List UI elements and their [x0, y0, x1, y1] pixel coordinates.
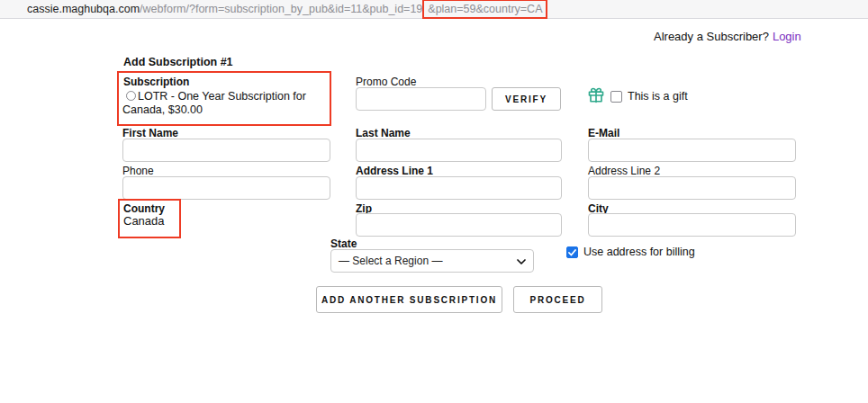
country-label: Country [123, 202, 165, 215]
last-name-input[interactable] [356, 139, 562, 162]
url-path: /webform/?form=subscription_by_pub&id=11… [140, 3, 422, 15]
url-domain: cassie.maghubqa.com [27, 3, 140, 15]
verify-button[interactable]: VERIFY [492, 87, 561, 111]
gift-icon [588, 87, 604, 103]
login-link[interactable]: Login [773, 30, 801, 43]
first-name-input[interactable] [122, 139, 330, 162]
phone-input[interactable] [122, 176, 330, 200]
subscription-option[interactable]: LOTR - One Year Subscription for Canada,… [122, 90, 328, 117]
city-input[interactable] [588, 213, 796, 237]
add-another-subscription-button[interactable]: ADD ANOTHER SUBSCRIPTION [316, 286, 502, 313]
address-line2-label: Address Line 2 [588, 165, 660, 177]
gift-checkbox[interactable] [610, 91, 622, 103]
already-subscriber-text: Already a Subscriber? [654, 30, 769, 43]
chevron-down-icon [517, 255, 526, 267]
subscriber-login-line: Already a Subscriber?Login [654, 30, 801, 43]
state-select[interactable]: — Select a Region — [330, 249, 534, 273]
billing-checkbox-label: Use address for billing [583, 246, 695, 258]
subscription-label: Subscription [123, 76, 189, 88]
zip-input[interactable] [356, 213, 562, 237]
subscription-option-label: LOTR - One Year Subscription for Canada,… [122, 90, 306, 116]
email-label: E-Mail [588, 127, 619, 139]
gift-checkbox-label: This is a gift [628, 90, 688, 103]
phone-label: Phone [122, 165, 154, 177]
billing-checkbox[interactable] [566, 246, 578, 258]
url-highlight-annotation: &plan=59&country=CA [422, 0, 547, 19]
last-name-label: Last Name [356, 127, 411, 139]
address-line2-input[interactable] [588, 176, 796, 200]
first-name-label: First Name [122, 127, 178, 139]
country-value: Canada [123, 214, 165, 228]
state-label: State [330, 237, 357, 250]
email-input[interactable] [588, 139, 796, 162]
webform-page: cassie.maghubqa.com/webform/?form=subscr… [0, 0, 868, 403]
proceed-button[interactable]: PROCEED [513, 286, 602, 313]
check-icon [568, 249, 576, 256]
browser-url-bar[interactable]: cassie.maghubqa.com/webform/?form=subscr… [0, 0, 868, 19]
promo-code-input[interactable] [356, 87, 486, 111]
page-title: Add Subscription #1 [123, 56, 233, 68]
address-line1-label: Address Line 1 [356, 165, 433, 177]
state-select-value: — Select a Region — [339, 255, 517, 267]
promo-code-label: Promo Code [356, 76, 416, 88]
subscription-radio[interactable] [126, 91, 136, 101]
address-line1-input[interactable] [356, 176, 562, 200]
